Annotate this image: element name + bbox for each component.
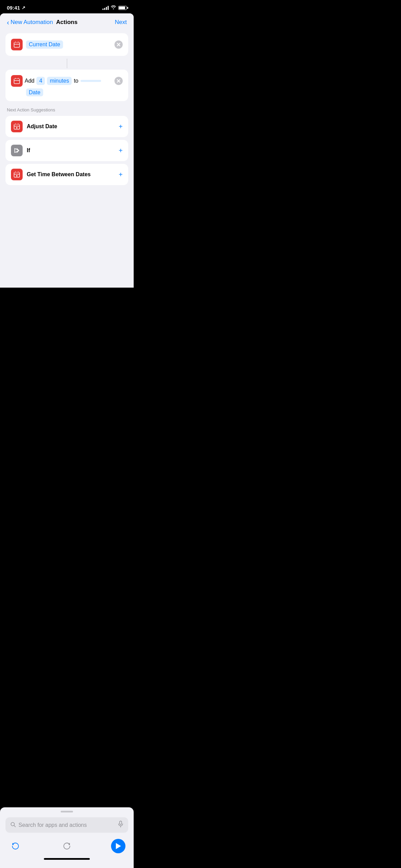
get-time-label: Get Time Between Dates	[27, 171, 114, 178]
next-button[interactable]: Next	[115, 19, 127, 26]
current-date-token[interactable]: Current Date	[26, 40, 63, 49]
back-chevron-icon: ‹	[7, 19, 9, 26]
back-button[interactable]: ‹ New Automation	[7, 19, 53, 26]
connector-line	[67, 59, 67, 68]
calendar-icon-1	[11, 39, 23, 50]
nav-bar: ‹ New Automation Actions Next	[0, 13, 134, 29]
date-token[interactable]: Date	[26, 88, 43, 96]
add-adjust-date-button[interactable]: +	[119, 123, 123, 131]
svg-point-19	[16, 127, 17, 129]
main-container: ‹ New Automation Actions Next Current Da	[0, 13, 134, 288]
unit-token[interactable]: minutes	[47, 77, 72, 85]
action-card-add-date: Add 4 minutes to Date	[5, 70, 128, 101]
if-label: If	[27, 147, 114, 154]
suggestion-if[interactable]: If +	[5, 140, 128, 161]
svg-rect-11	[14, 79, 19, 80]
battery-icon	[118, 6, 127, 10]
if-icon	[11, 145, 23, 156]
back-label: New Automation	[11, 19, 53, 26]
svg-marker-20	[15, 148, 19, 153]
add-get-time-button[interactable]: +	[119, 171, 123, 179]
clear-add-date-button[interactable]	[114, 77, 123, 85]
blank-token[interactable]	[81, 80, 101, 82]
svg-rect-4	[14, 43, 19, 44]
content-area: Current Date	[0, 29, 134, 192]
adjust-date-icon	[11, 121, 23, 132]
suggestion-adjust-date[interactable]: Adjust Date +	[5, 116, 128, 137]
wifi-icon	[111, 5, 116, 10]
svg-rect-27	[14, 172, 19, 174]
location-icon: ↗	[22, 5, 25, 10]
add-action-row: Add 4 minutes to	[11, 75, 123, 87]
calendar-icon-2	[11, 75, 23, 87]
svg-line-5	[117, 43, 120, 46]
clear-current-date-button[interactable]	[114, 40, 123, 49]
suggestion-get-time[interactable]: Get Time Between Dates +	[5, 164, 128, 185]
time-display: 09:41	[7, 5, 20, 11]
action-row: Current Date	[11, 39, 123, 50]
add-label: Add	[25, 78, 34, 84]
svg-rect-18	[14, 124, 19, 126]
action-card-current-date: Current Date	[5, 33, 128, 56]
status-bar: 09:41 ↗	[0, 0, 134, 13]
suggestions-label: Next Action Suggestions	[7, 107, 128, 112]
signal-bars	[102, 6, 109, 10]
page-title: Actions	[56, 19, 77, 26]
to-label: to	[74, 78, 78, 84]
adjust-date-label: Adjust Date	[27, 123, 114, 130]
add-if-button[interactable]: +	[119, 147, 123, 155]
number-token[interactable]: 4	[36, 77, 45, 85]
svg-line-12	[117, 80, 120, 82]
svg-point-28	[16, 175, 17, 177]
get-time-icon	[11, 169, 23, 180]
